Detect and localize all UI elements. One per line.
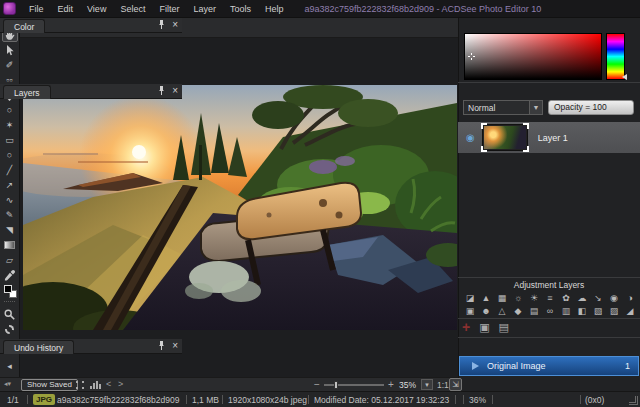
photo-image <box>23 85 457 330</box>
camera-icon[interactable]: ▤ <box>499 321 509 334</box>
adjustment-photo-effect-icon[interactable]: ▧ <box>590 304 606 317</box>
tab-undo-history[interactable]: Undo History <box>3 340 74 354</box>
adjustment-color-balance-icon[interactable]: ✿ <box>558 291 574 304</box>
add-layer-button[interactable]: + <box>462 321 470 334</box>
adjustment-dodge-burn-icon[interactable]: ↘ <box>590 291 606 304</box>
adjustment-sharpen-icon[interactable]: △ <box>494 304 510 317</box>
pencil-tool[interactable]: ✎ <box>2 208 18 222</box>
color-panel-header: Color × <box>0 18 182 33</box>
fit-image-button[interactable]: ⇲ <box>449 378 462 391</box>
adjustment-gradient-map-icon[interactable]: ◧ <box>574 304 590 317</box>
photo-canvas[interactable] <box>23 85 457 330</box>
adjustment-vibrance-icon[interactable]: ☁ <box>574 291 590 304</box>
lasso-tool[interactable]: ○ <box>2 103 18 117</box>
actual-size-button[interactable]: 1:1 <box>437 380 449 390</box>
adjustment-exposure-icon[interactable]: ◪ <box>462 291 478 304</box>
adjustment-curves-icon[interactable]: ▦ <box>494 291 510 304</box>
menu-file[interactable]: File <box>22 2 51 16</box>
adjustment-vintage-icon[interactable]: ▣ <box>462 304 478 317</box>
pin-icon[interactable] <box>158 341 165 351</box>
collapse-arrows-icon[interactable]: ◂▾ <box>4 380 11 388</box>
blend-mode-select[interactable]: Normal ▼ <box>463 100 543 115</box>
zoom-dropdown-button[interactable]: ▼ <box>421 379 433 390</box>
close-icon[interactable]: × <box>172 20 178 30</box>
curve-tool[interactable]: ∿ <box>2 193 18 207</box>
bottom-toolbar: ◂▾ Show Saved < > − + 35% ▼ 1:1 ⇲ <box>0 377 458 391</box>
zoom-slider[interactable] <box>324 384 384 386</box>
next-image-button[interactable]: > <box>118 379 123 389</box>
arrow-tool[interactable]: ↗ <box>2 178 18 192</box>
menu-help[interactable]: Help <box>258 2 291 16</box>
acdsee-photo-editor-window: File Edit View Select Filter Layer Tools… <box>0 0 640 407</box>
color-swatches[interactable] <box>2 283 18 299</box>
panel-divider <box>458 318 640 319</box>
toolbar-separator <box>4 301 15 305</box>
undo-item-label: Original Image <box>487 361 546 371</box>
collapse-arrows-2[interactable]: ◂ <box>2 359 18 373</box>
undo-history-item[interactable]: Original Image 1 <box>459 356 639 376</box>
menu-layer[interactable]: Layer <box>186 2 223 16</box>
magic-wand-tool[interactable]: ✶ <box>2 118 18 132</box>
layer-row[interactable]: ◉ Layer 1 <box>458 122 640 153</box>
brush-tool[interactable]: ◥ <box>2 223 18 237</box>
app-icon[interactable] <box>3 2 16 15</box>
pin-icon[interactable] <box>158 20 165 30</box>
select-arrow-tool[interactable] <box>2 43 18 57</box>
close-icon[interactable]: × <box>172 86 178 96</box>
status-coordinates: (0x0) <box>585 395 604 405</box>
adjustment-grain-icon[interactable]: ▤ <box>526 304 542 317</box>
eraser-tool[interactable]: ▱ <box>2 253 18 267</box>
fullscreen-corners-icon[interactable] <box>76 381 84 389</box>
tab-layers[interactable]: Layers <box>3 85 51 99</box>
menu-view[interactable]: View <box>80 2 113 16</box>
show-saved-button[interactable]: Show Saved <box>21 379 78 391</box>
settings-gear[interactable] <box>2 322 18 336</box>
adjustment-histogram-icon[interactable]: ◢ <box>622 304 638 317</box>
menu-select[interactable]: Select <box>113 2 152 16</box>
adjustment-stereo-icon[interactable]: ∞ <box>542 304 558 317</box>
window-title: a9a382c759fb222832f68b2d909 - ACDSee Pho… <box>304 4 541 14</box>
pin-icon[interactable] <box>158 86 165 96</box>
line-tool[interactable]: ╱ <box>2 163 18 177</box>
histogram-icon[interactable] <box>90 381 101 389</box>
zoom-in-button[interactable]: + <box>388 379 394 390</box>
adjustment-white-balance-icon[interactable]: ☼ <box>510 291 526 304</box>
adjustment-color-eq-icon[interactable]: ≡ <box>542 291 558 304</box>
adjustment-red-eye-icon[interactable]: ◉ <box>606 291 622 304</box>
duplicate-layer-icon[interactable]: ▣ <box>479 321 489 334</box>
resize-grip[interactable] <box>629 396 638 405</box>
hue-strip[interactable] <box>606 33 625 80</box>
gradient-tool[interactable] <box>2 238 18 252</box>
adjustment-levels-icon[interactable]: ▲ <box>478 291 494 304</box>
adjustment-split-tone-icon[interactable]: ◑ <box>622 291 638 304</box>
adjustment-layers-title: Adjustment Layers <box>458 280 640 290</box>
menu-tools[interactable]: Tools <box>223 2 258 16</box>
zoom-out-button[interactable]: − <box>314 379 320 390</box>
previous-image-button[interactable]: < <box>106 379 111 389</box>
selection-pencil-tool[interactable]: ✐ <box>2 58 18 72</box>
zoom-navigator-tool[interactable] <box>2 307 18 321</box>
adjustment-blur-icon[interactable]: ◆ <box>510 304 526 317</box>
adjustment-light-eq-icon[interactable]: ☀ <box>526 291 542 304</box>
adjustment-portrait-icon[interactable]: ☻ <box>478 304 494 317</box>
layer-thumbnail <box>482 124 528 151</box>
page-indicator: 1/1 <box>7 395 19 405</box>
eyedropper-tool[interactable] <box>2 268 18 282</box>
rectangle-tool[interactable]: ▭ <box>2 133 18 147</box>
zoom-percent[interactable]: 35% <box>399 380 416 390</box>
adjustment-detail-icon[interactable]: ▥ <box>558 304 574 317</box>
menu-filter[interactable]: Filter <box>152 2 186 16</box>
visibility-eye-icon[interactable]: ◉ <box>466 132 475 143</box>
color-saturation-field[interactable] <box>464 33 602 80</box>
close-icon[interactable]: × <box>172 341 178 351</box>
adjustment-texture-icon[interactable]: ▨ <box>606 304 622 317</box>
menu-bar: File Edit View Select Filter Layer Tools… <box>0 0 640 18</box>
play-triangle-icon <box>472 362 479 370</box>
opacity-slider[interactable]: Opacity = 100 <box>548 100 634 115</box>
zoom-slider-thumb[interactable] <box>334 381 338 389</box>
tab-color[interactable]: Color <box>3 19 45 33</box>
panel-divider <box>458 277 640 278</box>
chevron-down-icon[interactable]: ▼ <box>529 101 542 114</box>
menu-edit[interactable]: Edit <box>51 2 81 16</box>
ellipse-tool[interactable]: ○ <box>2 148 18 162</box>
